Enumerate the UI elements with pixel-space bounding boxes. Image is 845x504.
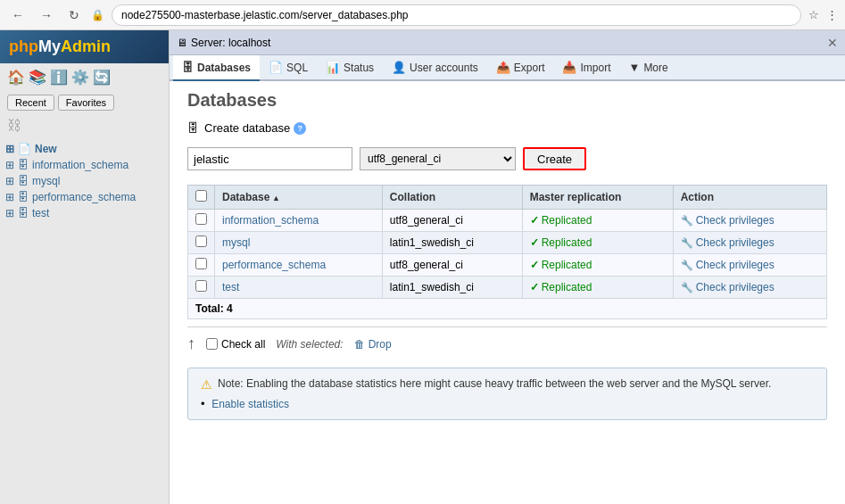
sidebar-item-information-schema[interactable]: ⊞ 🗄 information_schema xyxy=(0,157,169,173)
tab-export[interactable]: 📤 Export xyxy=(487,55,554,81)
check-all-checkbox[interactable] xyxy=(206,338,218,350)
privileges-icon: 🔧 xyxy=(681,215,693,227)
recent-button[interactable]: Recent xyxy=(7,95,54,111)
up-arrow-icon[interactable]: ↑ xyxy=(187,335,195,353)
tab-status[interactable]: 📊 Status xyxy=(317,55,383,81)
sidebar-item-performance-schema[interactable]: ⊞ 🗄 performance_schema xyxy=(0,189,169,205)
db-name-link[interactable]: performance_schema xyxy=(222,259,326,271)
db-name-link[interactable]: information_schema xyxy=(222,214,319,227)
replicated-status: ✓ Replicated xyxy=(530,236,666,249)
db-icon: 🗄 xyxy=(18,175,29,187)
tab-user-accounts[interactable]: 👤 User accounts xyxy=(383,55,487,81)
export-tab-icon: 📤 xyxy=(496,61,510,74)
privileges-icon: 🔧 xyxy=(681,260,693,271)
tab-user-accounts-label: User accounts xyxy=(410,62,478,74)
check-icon: ✓ xyxy=(530,281,539,293)
refresh-sidebar-icon[interactable]: 🔄 xyxy=(93,69,111,86)
refresh-button[interactable]: ↻ xyxy=(64,6,84,24)
db-name-cell: information_schema xyxy=(215,210,383,232)
close-server-icon[interactable]: ✕ xyxy=(827,36,838,50)
address-bar: ← → ↻ 🔒 ☆ ⋮ xyxy=(0,0,845,30)
tab-databases[interactable]: 🗄 Databases xyxy=(173,55,260,81)
replication-cell: ✓ Replicated xyxy=(522,232,673,254)
check-all-label[interactable]: Check all xyxy=(206,338,265,351)
home-icon[interactable]: 🏠 xyxy=(7,69,25,86)
chain-icon[interactable]: ⛓ xyxy=(0,114,169,137)
page-content: Databases 🗄 Create database ? utf8_gener… xyxy=(170,81,845,504)
collation-select[interactable]: utf8_general_ci latin1_swedish_ci utf8mb… xyxy=(360,147,516,170)
db-name-input[interactable] xyxy=(187,147,352,170)
expand-icon: ⊞ xyxy=(5,175,14,187)
logo: phpMyAdmin xyxy=(0,30,169,63)
content-area: 🖥 Server: localhost ✕ 🗄 Databases 📄 SQL … xyxy=(170,30,845,504)
logo-php: php xyxy=(9,37,38,55)
db-name-link[interactable]: test xyxy=(222,281,239,293)
collation-cell: latin1_swedish_ci xyxy=(382,232,522,254)
create-button[interactable]: Create xyxy=(523,147,586,170)
bookmark-icon[interactable]: ☆ xyxy=(808,8,819,21)
check-privileges-link[interactable]: 🔧 Check privileges xyxy=(681,236,819,249)
note-content: Note: Enabling the database statistics h… xyxy=(218,377,771,390)
tab-more-label: More xyxy=(643,62,667,74)
db-icon: 🗄 xyxy=(18,207,29,219)
header-database[interactable]: Database xyxy=(215,186,383,210)
db-name-cell: test xyxy=(215,277,383,299)
menu-icon[interactable]: ⋮ xyxy=(826,8,838,21)
sidebar-new-item[interactable]: ⊞ 📄 New xyxy=(0,141,169,157)
select-all-checkbox[interactable] xyxy=(195,190,207,202)
forward-button[interactable]: → xyxy=(36,6,57,24)
db-icon: 🗄 xyxy=(18,191,29,203)
address-input[interactable] xyxy=(112,4,801,26)
privileges-icon: 🔧 xyxy=(681,237,693,249)
tab-import[interactable]: 📥 Import xyxy=(553,55,619,81)
book-icon[interactable]: 📚 xyxy=(29,69,46,86)
with-selected-text: With selected: xyxy=(276,338,343,351)
db-name-cell: mysql xyxy=(215,232,383,254)
favorites-button[interactable]: Favorites xyxy=(58,95,114,111)
header-master-replication: Master replication xyxy=(522,186,673,210)
server-label: Server: localhost xyxy=(191,37,270,49)
note-text: ⚠ Note: Enabling the database statistics… xyxy=(201,377,814,392)
drop-icon: 🗑 xyxy=(354,338,365,351)
warning-icon: ⚠ xyxy=(201,377,212,392)
tab-more[interactable]: ▼ More xyxy=(620,55,677,81)
tab-status-label: Status xyxy=(344,62,374,74)
replication-cell: ✓ Replicated xyxy=(522,277,673,299)
table-row: mysql latin1_swedish_ci ✓ Replicated 🔧 C… xyxy=(188,232,827,254)
help-icon[interactable]: ? xyxy=(294,122,306,135)
sidebar-db-label: performance_schema xyxy=(32,191,136,203)
check-privileges-link[interactable]: 🔧 Check privileges xyxy=(681,259,819,271)
sidebar-tree: ⊞ 📄 New ⊞ 🗄 information_schema ⊞ 🗄 mysql… xyxy=(0,137,169,504)
more-tab-icon: ▼ xyxy=(629,61,641,74)
row-checkbox-cell xyxy=(188,254,215,277)
table-row: test latin1_swedish_ci ✓ Replicated 🔧 Ch… xyxy=(188,277,827,299)
drop-button[interactable]: 🗑 Drop xyxy=(354,338,392,351)
settings-icon[interactable]: ⚙️ xyxy=(71,69,89,86)
row-checkbox[interactable] xyxy=(195,213,207,225)
check-privileges-link[interactable]: 🔧 Check privileges xyxy=(681,281,819,293)
header-checkbox-cell xyxy=(188,186,215,210)
server-bar-left: 🖥 Server: localhost xyxy=(177,37,270,49)
lock-icon: 🔒 xyxy=(91,9,104,21)
collation-cell: latin1_swedish_ci xyxy=(382,277,522,299)
info-icon[interactable]: ℹ️ xyxy=(50,69,68,86)
row-checkbox-cell xyxy=(188,210,215,232)
sidebar-item-mysql[interactable]: ⊞ 🗄 mysql xyxy=(0,173,169,189)
import-tab-icon: 📥 xyxy=(562,61,576,74)
user-accounts-tab-icon: 👤 xyxy=(392,61,406,74)
tab-sql[interactable]: 📄 SQL xyxy=(260,55,317,81)
row-checkbox[interactable] xyxy=(195,235,207,247)
enable-statistics-link[interactable]: Enable statistics xyxy=(211,398,289,410)
logo-admin: Admin xyxy=(61,37,111,55)
back-button[interactable]: ← xyxy=(7,6,29,24)
sidebar-db-label: test xyxy=(32,207,49,219)
db-name-link[interactable]: mysql xyxy=(222,236,250,249)
action-cell: 🔧 Check privileges xyxy=(673,232,826,254)
total-row: Total: 4 xyxy=(188,299,827,319)
replicated-status: ✓ Replicated xyxy=(530,259,666,271)
row-checkbox[interactable] xyxy=(195,258,207,269)
check-privileges-link[interactable]: 🔧 Check privileges xyxy=(681,214,819,227)
table-row: information_schema utf8_general_ci ✓ Rep… xyxy=(188,210,827,232)
row-checkbox[interactable] xyxy=(195,280,207,292)
sidebar-item-test[interactable]: ⊞ 🗄 test xyxy=(0,205,169,221)
